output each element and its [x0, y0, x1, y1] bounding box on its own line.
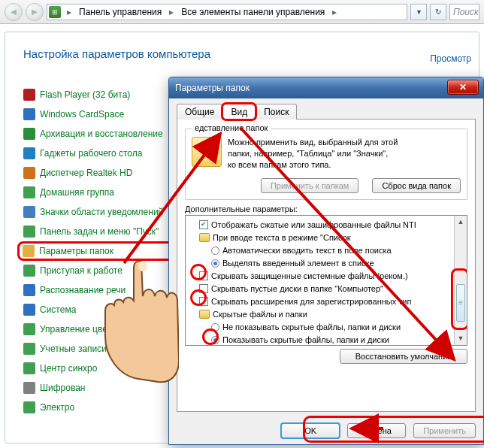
tree-node[interactable]: Автоматически вводить текст в поле поиск… [189, 244, 465, 257]
annotation-highlight [451, 268, 467, 330]
tree-node-hide-protected[interactable]: Скрывать защищенные системные файлы (рек… [189, 270, 465, 283]
cp-item[interactable]: Windows CardSpace [20, 104, 178, 124]
chevron-right-icon: ▸ [62, 5, 76, 20]
cp-item[interactable]: Управление цветом [20, 319, 178, 339]
tree-node[interactable]: Скрытые файлы и папки [189, 308, 465, 321]
chevron-right-icon: ▸ [165, 5, 178, 20]
tree-label: Отображать сжатые или зашифрованные файл… [211, 219, 416, 232]
tree-label: Скрывать пустые диски в папке "Компьютер… [211, 283, 383, 295]
cp-item[interactable]: Домашняя группа [20, 183, 178, 202]
folder-view-group: едставление папок Можно применить вид, в… [185, 129, 467, 200]
view-by-link[interactable]: Просмотр [430, 53, 471, 64]
bitlocker-icon [23, 382, 35, 394]
cp-item-label: Шифрован [40, 383, 85, 393]
realtek-icon [23, 167, 35, 179]
search-placeholder: Поиск [453, 7, 479, 17]
nav-forward-button[interactable]: ► [26, 3, 44, 21]
control-panel-icon: ⊞ [49, 6, 61, 18]
radio-icon[interactable] [211, 247, 219, 255]
cp-item[interactable]: Архивация и восстановление [20, 124, 178, 144]
cp-item-label: Учетные записи [40, 344, 107, 354]
checkbox-icon[interactable]: ✔ [199, 220, 208, 229]
dialog-title-text: Параметры папок [175, 83, 250, 93]
group-label: едставление папок [192, 123, 271, 132]
tab-general[interactable]: Общие [177, 104, 222, 120]
tree-label: Показывать скрытые файлы, папки и диски [222, 334, 389, 346]
cp-item-label: Домашняя группа [40, 187, 114, 198]
cp-item[interactable]: Учетные записи [20, 339, 178, 359]
restore-defaults-button[interactable]: Восстановить умолчания [340, 349, 467, 364]
cp-item-label: Центр синхро [40, 363, 97, 374]
tree-label: Скрытые файлы и папки [213, 308, 307, 321]
breadcrumb-seg-2[interactable]: Все элементы панели управления [178, 5, 328, 20]
cp-item-label: Система [40, 304, 76, 315]
cp-item[interactable]: Значки области уведомлений [20, 202, 178, 222]
radio-icon[interactable] [211, 259, 219, 268]
tree-node[interactable]: Выделять введенный элемент в списке [189, 257, 465, 270]
close-button[interactable]: ✕ [447, 80, 479, 95]
power-icon [23, 401, 35, 413]
dialog-titlebar[interactable]: Параметры папок ✕ [169, 77, 483, 98]
cp-item-label: Диспетчер Realtek HD [40, 168, 132, 178]
advanced-tree[interactable]: ✔Отображать сжатые или зашифрованные фай… [185, 215, 467, 346]
cp-item-label: Значки области уведомлений [40, 207, 163, 217]
cp-item-label: Электро [40, 402, 74, 413]
cp-item[interactable]: Электро [20, 398, 178, 417]
cardspace-icon [23, 108, 35, 120]
cp-item[interactable]: Гаджеты рабочего стола [20, 144, 178, 163]
tree-node[interactable]: При вводе текста в режиме "Список [189, 232, 465, 244]
cp-item[interactable]: Шифрован [20, 378, 178, 398]
tree-label: Не показывать скрытые файлы, папки и дис… [222, 321, 401, 334]
gadgets-icon [23, 147, 35, 159]
users-icon [23, 343, 35, 355]
group-text: Можно применить вид, выбранный для этой [228, 138, 398, 147]
advanced-label: Дополнительные параметры: [185, 204, 467, 213]
annotation-circle [190, 289, 207, 306]
cp-item-label: Распознавание речи [40, 285, 126, 295]
cp-item-label: Flash Player (32 бита) [40, 89, 130, 100]
folder-options-dialog: Параметры папок ✕ Общие Вид Поиск едстав… [168, 77, 484, 445]
reset-folders-button[interactable]: Сброс вида папок [372, 178, 461, 193]
tab-search[interactable]: Поиск [256, 104, 297, 120]
taskbar-icon [23, 226, 35, 238]
tree-node[interactable]: Скрывать пустые диски в папке "Компьютер… [189, 283, 465, 295]
tree-label: Автоматически вводить текст в поле поиск… [222, 244, 392, 257]
breadcrumb[interactable]: ⊞ ▸ Панель управления ▸ Все элементы пан… [47, 4, 407, 20]
tree-node[interactable]: ✔Отображать сжатые или зашифрованные фай… [189, 219, 465, 232]
folder-icon [199, 310, 210, 319]
cp-item-label: Параметры папок [39, 246, 113, 256]
flash-icon [23, 89, 35, 101]
cp-item[interactable]: Диспетчер Realtek HD [20, 163, 178, 183]
cp-item[interactable]: Панель задач и меню "Пуск" [20, 222, 178, 241]
system-icon [23, 304, 35, 316]
tree-node-hide-extensions[interactable]: Скрывать расширения для зарегистрированн… [189, 295, 465, 308]
scroll-up-icon[interactable]: ▲ [455, 216, 467, 229]
breadcrumb-dropdown-button[interactable]: ▾ [410, 4, 427, 20]
nav-back-button[interactable]: ◄ [5, 3, 23, 21]
scroll-down-icon[interactable]: ▼ [455, 332, 467, 345]
cp-item-label: Управление цветом [40, 324, 123, 334]
cp-item[interactable]: Распознавание речи [20, 280, 178, 300]
cp-item-list: Flash Player (32 бита) Windows CardSpace… [20, 85, 178, 417]
cp-item-folder-options[interactable]: Параметры папок [17, 241, 178, 261]
cp-item[interactable]: Flash Player (32 бита) [20, 85, 178, 104]
apply-to-folders-button[interactable]: Применить к папкам [261, 178, 359, 193]
search-input[interactable]: Поиск [449, 4, 479, 20]
annotation-highlight [303, 416, 484, 443]
refresh-button[interactable]: ↻ [430, 4, 446, 20]
page-title: Настройка параметров компьютера [5, 32, 479, 65]
group-text: ко всем папкам этого типа. [228, 160, 331, 169]
cp-item-label: Панель задач и меню "Пуск" [40, 226, 159, 237]
tree-label: При вводе текста в режиме "Список [213, 232, 351, 244]
tree-node-show-hidden[interactable]: Показывать скрытые файлы, папки и диски [189, 334, 465, 346]
tree-node[interactable]: Не показывать скрытые файлы, папки и дис… [189, 321, 465, 334]
breadcrumb-seg-1[interactable]: Панель управления [76, 5, 165, 20]
cp-item[interactable]: Приступая к работе [20, 261, 178, 280]
sync-icon [23, 362, 35, 374]
cp-item[interactable]: Центр синхро [20, 359, 178, 378]
chevron-right-icon: ▸ [328, 5, 341, 20]
color-mgmt-icon [23, 323, 35, 335]
cp-item[interactable]: Система [20, 300, 178, 319]
tree-label: Скрывать защищенные системные файлы (рек… [211, 270, 408, 283]
tab-view[interactable]: Вид [222, 104, 256, 120]
